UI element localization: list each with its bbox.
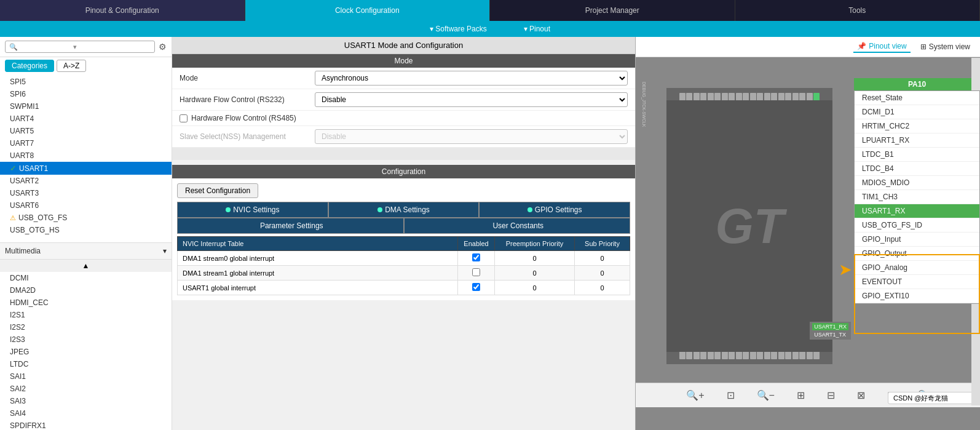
menu-item-ltdc-b4[interactable]: LTDC_B4 (855, 162, 979, 176)
enabled-cell-2[interactable] (458, 266, 495, 281)
bottom-search-input[interactable] (888, 392, 974, 404)
sidebar-item-usart6[interactable]: USART6 (0, 199, 172, 212)
arrow-indicator: ➤ (839, 260, 852, 279)
tab-az[interactable]: A->Z (57, 60, 86, 72)
sidebar-item-uart7[interactable]: UART7 (0, 137, 172, 149)
sidebar-item-dma2d[interactable]: DMA2D (0, 284, 172, 297)
sidebar-item-usb-otg-hs[interactable]: USB_OTG_HS (0, 224, 172, 236)
nav-tools[interactable]: Tools (735, 0, 981, 21)
sidebar-tabs: Categories A->Z (0, 57, 172, 74)
sidebar-item-spi5[interactable]: SPI5 (0, 76, 172, 88)
chip-pin (764, 352, 770, 359)
dropdown-icon[interactable]: ▾ (73, 43, 77, 51)
tab-parameter-settings[interactable]: Parameter Settings (177, 218, 404, 234)
sidebar-item-usart1[interactable]: ✓ USART1 (0, 162, 172, 175)
sub-nav-software-packs[interactable]: ▾ Software Packs (430, 25, 487, 33)
tab-categories[interactable]: Categories (5, 60, 54, 72)
chip-pin (708, 352, 714, 359)
enabled-checkbox-2[interactable] (472, 268, 480, 276)
frame-btn[interactable]: ⊞ (792, 387, 810, 404)
menu-item-gpio-input[interactable]: GPIO_Input (855, 233, 979, 247)
chip-pin (799, 352, 805, 359)
menu-item-mdios[interactable]: MDIOS_MDIO (855, 176, 979, 190)
sidebar-item-usb-otg-fs[interactable]: ⚠ USB_OTG_FS (0, 212, 172, 224)
tabs-row-1: NVIC Settings DMA Settings GPIO Settings (177, 202, 630, 218)
search-input[interactable] (18, 42, 73, 51)
mode-select[interactable]: Asynchronous Synchronous Disable (315, 71, 628, 86)
sidebar-item-sai2[interactable]: SAI2 (0, 383, 172, 395)
enabled-cell-3[interactable] (458, 281, 495, 295)
system-view-btn[interactable]: ⊞ System view (917, 41, 974, 52)
sidebar-item-uart8[interactable]: UART8 (0, 149, 172, 162)
menu-item-eventout[interactable]: EVENTOUT (855, 275, 979, 289)
menu-item-gpio-output[interactable]: GPIO_Output (855, 247, 979, 261)
sidebar-item-jpeg[interactable]: JPEG (0, 346, 172, 358)
zoom-in-btn[interactable]: 🔍+ (681, 387, 709, 404)
sidebar-item-i2s1[interactable]: I2S1 (0, 309, 172, 321)
sidebar-item-sai1[interactable]: SAI1 (0, 370, 172, 383)
chip-pin (785, 93, 791, 100)
mode-section: Mode Mode Asynchronous Synchronous Disab… (172, 54, 635, 148)
interrupt-name-2: DMA1 stream1 global interrupt (178, 266, 458, 281)
reset-config-button[interactable]: Reset Configuration (177, 183, 258, 198)
zoom-out-btn[interactable]: 🔍− (752, 387, 780, 404)
slave-select-row: Slave Select(NSS) Management Disable (172, 126, 635, 148)
enabled-checkbox-1[interactable] (472, 253, 480, 261)
nav-clock[interactable]: Clock Configuration (245, 0, 491, 21)
sidebar-item-ltdc[interactable]: LTDC (0, 358, 172, 370)
tab-dma-settings[interactable]: DMA Settings (328, 202, 480, 218)
sidebar-item-uart5[interactable]: UART5 (0, 125, 172, 137)
tab-nvic-settings[interactable]: NVIC Settings (177, 202, 328, 218)
pa10-label[interactable]: PA10 (854, 78, 980, 90)
sidebar-item-i2s2[interactable]: I2S2 (0, 321, 172, 333)
sidebar-item-spi6[interactable]: SPI6 (0, 88, 172, 100)
preemption-cell-2: 0 (495, 266, 575, 281)
nav-pinout[interactable]: Pinout & Configuration (0, 0, 245, 21)
nav-project[interactable]: Project Manager (490, 0, 735, 21)
rs485-checkbox[interactable] (180, 114, 188, 122)
sidebar-item-usart3[interactable]: USART3 (0, 187, 172, 199)
menu-item-lpuart[interactable]: LPUART1_RX (855, 133, 979, 148)
sidebar-item-hdmi-cec[interactable]: HDMI_CEC (0, 297, 172, 309)
menu-item-dcmi[interactable]: DCMI_D1 (855, 105, 979, 119)
multimedia-header[interactable]: Multimedia ▾ (0, 243, 172, 259)
menu-item-ltdc-b1[interactable]: LTDC_B1 (855, 148, 979, 162)
gear-icon[interactable]: ⚙ (159, 42, 167, 52)
grid-btn[interactable]: ⊠ (852, 387, 870, 404)
tab-gpio-settings[interactable]: GPIO Settings (479, 202, 630, 218)
enabled-checkbox-3[interactable] (472, 283, 480, 291)
menu-item-gpio-analog[interactable]: GPIO_Analog (855, 261, 979, 275)
menu-item-hrtim[interactable]: HRTIM_CHC2 (855, 119, 979, 133)
sidebar-item-swpmi1[interactable]: SWPMI1 (0, 100, 172, 113)
chip-pin (679, 93, 686, 100)
debug-text: DEBUG_JTCK-SWCLK (642, 82, 646, 127)
menu-item-usb-otg[interactable]: USB_OTG_FS_ID (855, 218, 979, 233)
slave-select-wrap: Disable (315, 129, 628, 144)
menu-item-usart1-rx[interactable]: USART1_RX (855, 204, 979, 218)
config-title: USART1 Mode and Configuration (172, 37, 635, 54)
chip-pin (757, 93, 763, 100)
chip-pin (764, 93, 770, 100)
fit-btn[interactable]: ⊡ (722, 387, 740, 404)
enabled-cell-1[interactable] (458, 251, 495, 266)
sidebar-item-spdifrx1[interactable]: SPDIFRX1 (0, 420, 172, 430)
pinout-view-btn[interactable]: 📌 Pinout view (853, 41, 910, 53)
slave-select[interactable]: Disable (315, 129, 628, 144)
sidebar-item-sai4[interactable]: SAI4 (0, 407, 172, 420)
menu-item-reset[interactable]: Reset_State (855, 91, 979, 105)
menu-item-tim1[interactable]: TIM1_CH3 (855, 190, 979, 204)
chip-pin (700, 93, 706, 100)
usart1-rx-pin-label: USART1_RX (812, 323, 848, 330)
menu-item-gpio-exti[interactable]: GPIO_EXTI10 (855, 289, 979, 303)
sidebar-item-i2s3[interactable]: I2S3 (0, 333, 172, 346)
sub-nav-pinout[interactable]: ▾ Pinout (524, 25, 550, 33)
tab-user-constants[interactable]: User Constants (404, 218, 631, 234)
minus-btn[interactable]: ⊟ (822, 387, 840, 404)
sidebar-item-uart4[interactable]: UART4 (0, 113, 172, 125)
sidebar-item-usart2[interactable]: USART2 (0, 175, 172, 187)
hw-flow-select[interactable]: Disable CTS Only RTS Only (315, 92, 628, 107)
sidebar-item-dcmi[interactable]: DCMI (0, 272, 172, 284)
sidebar-item-sai3[interactable]: SAI3 (0, 395, 172, 407)
warning-icon: ⚠ (10, 214, 16, 222)
scroll-up-btn[interactable]: ▲ (0, 259, 172, 272)
